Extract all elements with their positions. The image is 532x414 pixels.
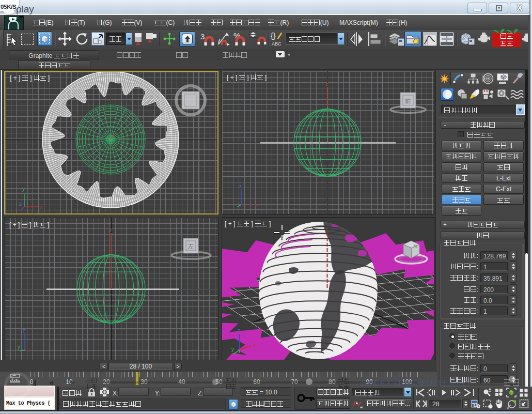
svg-text:y: y bbox=[18, 344, 20, 350]
svg-text:y: y bbox=[22, 186, 25, 192]
svg-text:x: x bbox=[40, 204, 42, 210]
svg-text:z: z bbox=[109, 228, 112, 233]
svg-text:ABC: ABC bbox=[272, 41, 281, 47]
svg-text:前: 前 bbox=[405, 98, 411, 105]
svg-text:前: 前 bbox=[413, 244, 417, 249]
svg-text:z: z bbox=[23, 328, 25, 333]
svg-text:z: z bbox=[239, 184, 242, 189]
svg-text:左: 左 bbox=[187, 243, 194, 250]
svg-text:z: z bbox=[238, 328, 240, 333]
svg-text:x: x bbox=[253, 342, 256, 348]
svg-text:z: z bbox=[325, 227, 328, 232]
svg-text:y: y bbox=[231, 346, 234, 352]
svg-text:{}: {} bbox=[271, 32, 276, 40]
svg-text:x: x bbox=[255, 202, 257, 208]
svg-text:z: z bbox=[19, 201, 22, 207]
svg-text:z: z bbox=[326, 82, 328, 87]
